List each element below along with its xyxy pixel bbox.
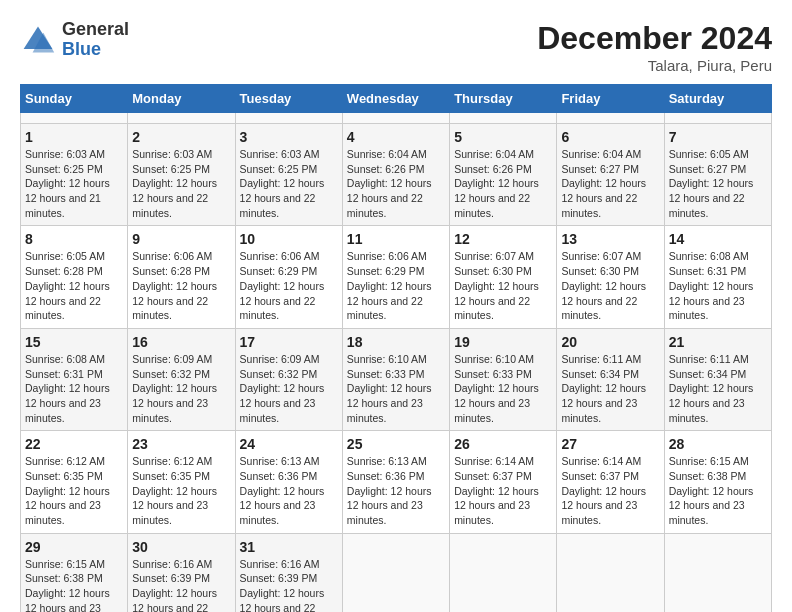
day-info: Sunrise: 6:12 AMSunset: 6:35 PMDaylight:…: [132, 454, 230, 527]
day-number: 8: [25, 231, 123, 247]
logo-text: General Blue: [62, 20, 129, 60]
day-info: Sunrise: 6:13 AMSunset: 6:36 PMDaylight:…: [240, 454, 338, 527]
day-info: Sunrise: 6:03 AMSunset: 6:25 PMDaylight:…: [25, 147, 123, 220]
day-info: Sunrise: 6:09 AMSunset: 6:32 PMDaylight:…: [132, 352, 230, 425]
calendar-cell: 16Sunrise: 6:09 AMSunset: 6:32 PMDayligh…: [128, 328, 235, 430]
calendar-cell: 11Sunrise: 6:06 AMSunset: 6:29 PMDayligh…: [342, 226, 449, 328]
calendar-cell: 31Sunrise: 6:16 AMSunset: 6:39 PMDayligh…: [235, 533, 342, 612]
logo: General Blue: [20, 20, 129, 60]
day-number: 27: [561, 436, 659, 452]
day-number: 17: [240, 334, 338, 350]
calendar-cell: 23Sunrise: 6:12 AMSunset: 6:35 PMDayligh…: [128, 431, 235, 533]
col-saturday: Saturday: [664, 85, 771, 113]
calendar-cell: [235, 113, 342, 124]
day-number: 9: [132, 231, 230, 247]
calendar-week-2: 1Sunrise: 6:03 AMSunset: 6:25 PMDaylight…: [21, 124, 772, 226]
day-info: Sunrise: 6:08 AMSunset: 6:31 PMDaylight:…: [25, 352, 123, 425]
calendar-cell: 14Sunrise: 6:08 AMSunset: 6:31 PMDayligh…: [664, 226, 771, 328]
day-number: 1: [25, 129, 123, 145]
calendar-cell: 27Sunrise: 6:14 AMSunset: 6:37 PMDayligh…: [557, 431, 664, 533]
day-info: Sunrise: 6:04 AMSunset: 6:27 PMDaylight:…: [561, 147, 659, 220]
day-number: 30: [132, 539, 230, 555]
calendar-cell: 24Sunrise: 6:13 AMSunset: 6:36 PMDayligh…: [235, 431, 342, 533]
day-number: 28: [669, 436, 767, 452]
calendar-cell: 7Sunrise: 6:05 AMSunset: 6:27 PMDaylight…: [664, 124, 771, 226]
day-number: 6: [561, 129, 659, 145]
day-number: 16: [132, 334, 230, 350]
calendar-cell: 5Sunrise: 6:04 AMSunset: 6:26 PMDaylight…: [450, 124, 557, 226]
calendar-cell: 15Sunrise: 6:08 AMSunset: 6:31 PMDayligh…: [21, 328, 128, 430]
col-wednesday: Wednesday: [342, 85, 449, 113]
day-info: Sunrise: 6:04 AMSunset: 6:26 PMDaylight:…: [454, 147, 552, 220]
calendar-cell: 9Sunrise: 6:06 AMSunset: 6:28 PMDaylight…: [128, 226, 235, 328]
day-info: Sunrise: 6:16 AMSunset: 6:39 PMDaylight:…: [240, 557, 338, 612]
calendar-cell: [342, 113, 449, 124]
day-info: Sunrise: 6:15 AMSunset: 6:38 PMDaylight:…: [669, 454, 767, 527]
calendar-cell: [342, 533, 449, 612]
calendar-cell: 25Sunrise: 6:13 AMSunset: 6:36 PMDayligh…: [342, 431, 449, 533]
day-number: 3: [240, 129, 338, 145]
calendar-cell: [128, 113, 235, 124]
calendar-week-5: 22Sunrise: 6:12 AMSunset: 6:35 PMDayligh…: [21, 431, 772, 533]
calendar-cell: 10Sunrise: 6:06 AMSunset: 6:29 PMDayligh…: [235, 226, 342, 328]
day-number: 12: [454, 231, 552, 247]
calendar-cell: [21, 113, 128, 124]
day-number: 20: [561, 334, 659, 350]
day-info: Sunrise: 6:12 AMSunset: 6:35 PMDaylight:…: [25, 454, 123, 527]
calendar-cell: [557, 113, 664, 124]
day-number: 2: [132, 129, 230, 145]
day-info: Sunrise: 6:08 AMSunset: 6:31 PMDaylight:…: [669, 249, 767, 322]
day-info: Sunrise: 6:09 AMSunset: 6:32 PMDaylight:…: [240, 352, 338, 425]
day-number: 4: [347, 129, 445, 145]
calendar-week-1: [21, 113, 772, 124]
logo-blue-text: Blue: [62, 39, 101, 59]
day-info: Sunrise: 6:14 AMSunset: 6:37 PMDaylight:…: [561, 454, 659, 527]
day-info: Sunrise: 6:03 AMSunset: 6:25 PMDaylight:…: [132, 147, 230, 220]
calendar-cell: 12Sunrise: 6:07 AMSunset: 6:30 PMDayligh…: [450, 226, 557, 328]
calendar-table: Sunday Monday Tuesday Wednesday Thursday…: [20, 84, 772, 612]
day-info: Sunrise: 6:10 AMSunset: 6:33 PMDaylight:…: [347, 352, 445, 425]
calendar-cell: 13Sunrise: 6:07 AMSunset: 6:30 PMDayligh…: [557, 226, 664, 328]
calendar-cell: [664, 113, 771, 124]
day-number: 25: [347, 436, 445, 452]
day-info: Sunrise: 6:16 AMSunset: 6:39 PMDaylight:…: [132, 557, 230, 612]
calendar-header-row: Sunday Monday Tuesday Wednesday Thursday…: [21, 85, 772, 113]
calendar-cell: 29Sunrise: 6:15 AMSunset: 6:38 PMDayligh…: [21, 533, 128, 612]
day-info: Sunrise: 6:13 AMSunset: 6:36 PMDaylight:…: [347, 454, 445, 527]
day-info: Sunrise: 6:05 AMSunset: 6:28 PMDaylight:…: [25, 249, 123, 322]
day-info: Sunrise: 6:11 AMSunset: 6:34 PMDaylight:…: [669, 352, 767, 425]
day-number: 14: [669, 231, 767, 247]
day-info: Sunrise: 6:04 AMSunset: 6:26 PMDaylight:…: [347, 147, 445, 220]
day-info: Sunrise: 6:03 AMSunset: 6:25 PMDaylight:…: [240, 147, 338, 220]
calendar-cell: 30Sunrise: 6:16 AMSunset: 6:39 PMDayligh…: [128, 533, 235, 612]
calendar-week-6: 29Sunrise: 6:15 AMSunset: 6:38 PMDayligh…: [21, 533, 772, 612]
col-monday: Monday: [128, 85, 235, 113]
logo-icon: [20, 22, 56, 58]
day-info: Sunrise: 6:06 AMSunset: 6:29 PMDaylight:…: [240, 249, 338, 322]
calendar-cell: [664, 533, 771, 612]
header: General Blue December 2024 Talara, Piura…: [20, 20, 772, 74]
col-tuesday: Tuesday: [235, 85, 342, 113]
day-number: 31: [240, 539, 338, 555]
main-title: December 2024: [537, 20, 772, 57]
day-number: 19: [454, 334, 552, 350]
calendar-cell: 3Sunrise: 6:03 AMSunset: 6:25 PMDaylight…: [235, 124, 342, 226]
calendar-cell: 2Sunrise: 6:03 AMSunset: 6:25 PMDaylight…: [128, 124, 235, 226]
day-number: 18: [347, 334, 445, 350]
day-number: 13: [561, 231, 659, 247]
day-number: 24: [240, 436, 338, 452]
logo-general-text: General: [62, 19, 129, 39]
calendar-cell: 20Sunrise: 6:11 AMSunset: 6:34 PMDayligh…: [557, 328, 664, 430]
calendar-cell: 22Sunrise: 6:12 AMSunset: 6:35 PMDayligh…: [21, 431, 128, 533]
calendar-cell: 26Sunrise: 6:14 AMSunset: 6:37 PMDayligh…: [450, 431, 557, 533]
day-number: 10: [240, 231, 338, 247]
day-number: 23: [132, 436, 230, 452]
calendar-cell: 17Sunrise: 6:09 AMSunset: 6:32 PMDayligh…: [235, 328, 342, 430]
day-info: Sunrise: 6:10 AMSunset: 6:33 PMDaylight:…: [454, 352, 552, 425]
subtitle: Talara, Piura, Peru: [537, 57, 772, 74]
day-number: 22: [25, 436, 123, 452]
day-info: Sunrise: 6:14 AMSunset: 6:37 PMDaylight:…: [454, 454, 552, 527]
day-number: 7: [669, 129, 767, 145]
day-info: Sunrise: 6:11 AMSunset: 6:34 PMDaylight:…: [561, 352, 659, 425]
calendar-cell: 4Sunrise: 6:04 AMSunset: 6:26 PMDaylight…: [342, 124, 449, 226]
